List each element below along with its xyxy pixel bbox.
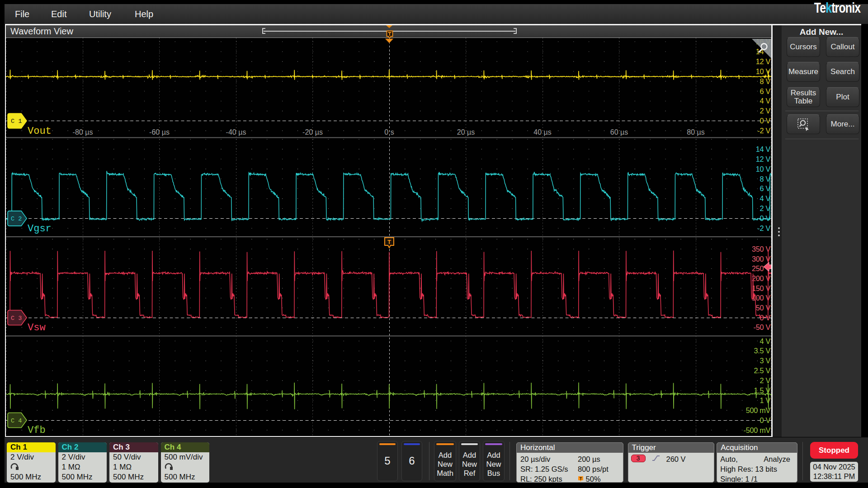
svg-text:C 2: C 2 [11, 216, 22, 222]
svg-text:6 V: 6 V [760, 87, 770, 95]
svg-text:40 µs: 40 µs [533, 128, 551, 136]
svg-text:Vout: Vout [28, 126, 52, 137]
svg-text:350 V: 350 V [752, 245, 770, 253]
svg-text:Vgsr: Vgsr [28, 223, 52, 235]
svg-text:2.5 V: 2.5 V [754, 366, 770, 375]
svg-text:3.5 V: 3.5 V [754, 347, 770, 355]
svg-text:12 V: 12 V [756, 57, 771, 66]
svg-text:10 V: 10 V [756, 165, 771, 173]
svg-text:6 V: 6 V [760, 184, 770, 192]
svg-text:-20 µs: -20 µs [302, 128, 323, 136]
svg-text:0 V: 0 V [760, 117, 770, 125]
svg-text:C 1: C 1 [11, 118, 22, 125]
svg-text:C 4: C 4 [11, 418, 22, 424]
svg-text:2 V: 2 V [760, 204, 770, 212]
svg-text:-80 µs: -80 µs [73, 128, 93, 136]
svg-text:4 V: 4 V [760, 194, 770, 202]
svg-text:3 V: 3 V [760, 357, 770, 365]
svg-text:0 V: 0 V [760, 214, 770, 222]
svg-text:4 V: 4 V [760, 97, 770, 105]
svg-text:8 V: 8 V [760, 77, 770, 85]
svg-text:1 V: 1 V [760, 396, 770, 404]
svg-text:80 µs: 80 µs [687, 128, 704, 136]
svg-text:8 V: 8 V [760, 175, 770, 183]
svg-text:-40 µs: -40 µs [226, 128, 246, 136]
svg-text:12 V: 12 V [756, 155, 771, 163]
svg-text:Vsw: Vsw [28, 322, 46, 333]
svg-text:500 mV: 500 mV [746, 406, 771, 414]
svg-text:2 V: 2 V [760, 376, 770, 385]
svg-text:150 V: 150 V [752, 284, 770, 292]
svg-text:-500 mV: -500 mV [744, 426, 771, 434]
svg-text:-50 V: -50 V [754, 323, 771, 331]
svg-text:-2 V: -2 V [757, 127, 770, 135]
svg-text:14 V: 14 V [756, 145, 771, 153]
svg-text:T: T [387, 239, 391, 245]
svg-text:-2 V: -2 V [757, 224, 770, 232]
svg-text:0 V: 0 V [760, 416, 770, 424]
svg-text:200 V: 200 V [752, 274, 770, 282]
svg-text:300 V: 300 V [752, 255, 770, 263]
svg-text:Vfb: Vfb [28, 425, 46, 436]
svg-text:60 µs: 60 µs [610, 128, 628, 136]
svg-text:4 V: 4 V [760, 337, 770, 345]
svg-text:T: T [580, 476, 582, 481]
svg-text:2 V: 2 V [760, 107, 770, 115]
svg-text:C 3: C 3 [11, 315, 22, 322]
svg-text:20 µs: 20 µs [457, 128, 475, 136]
svg-text:-60 µs: -60 µs [149, 128, 170, 136]
